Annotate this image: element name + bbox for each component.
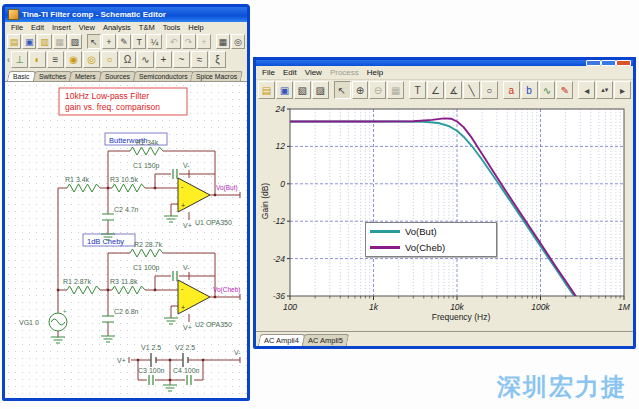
tab-meters[interactable]: Meters [69,71,102,81]
paste-button[interactable]: ▧ [68,34,82,49]
opamp-u2[interactable]: - + [178,280,210,314]
menu-tm[interactable]: T&M [135,22,159,33]
battery2-component[interactable]: ≡ [47,51,64,68]
component-toolbar: ‹ ⊥ ◐ ≡ ◉ ◎ ○ Ω ∿ + ~ ≈ ξ [5,50,247,69]
potentiometer-component[interactable]: ≈ [191,51,208,68]
opamp-u1[interactable]: - + [178,178,210,212]
vplus-label: V+ [183,222,192,229]
menu-file[interactable]: File [7,22,27,33]
menu-view[interactable]: View [301,67,326,78]
zoom-out-button[interactable]: ⊖ [369,81,386,99]
plot-toolbar: ▤ ▣ ▧ ▨ ↖ ⊕ ⊖ ▦ T ∠ ∡ ╲ ○ a b ∿ ✎ ◂ ▴▾ ▸ [256,80,633,100]
tab-sources[interactable]: Sources [99,71,136,81]
menu-analysis[interactable]: Analysis [99,22,135,33]
power-vplus-label: V+ [117,357,126,364]
spin-buttons[interactable]: ▴▾ [596,81,613,99]
menu-help[interactable]: Help [184,22,207,33]
undo-button[interactable]: ↶ [166,34,180,49]
line-tool[interactable]: ╲ [463,81,480,99]
menu-edit[interactable]: Edit [27,22,48,33]
ground-component[interactable]: ⊥ [11,51,28,68]
svg-text:100: 100 [283,302,297,312]
schematic-canvas[interactable]: 10kHz Low-pass Filter gain vs. freq. com… [5,81,247,398]
tab-spice-macros[interactable]: Spice Macros [190,71,243,81]
menu-process: Process [326,67,363,78]
resistor-component[interactable]: Ω [119,51,136,68]
toolbar-separator [330,83,333,97]
menu-insert[interactable]: Insert [48,22,75,33]
tab-switches[interactable]: Switches [33,71,72,81]
menu-edit[interactable]: Edit [279,67,301,78]
jumper-component[interactable]: ~ [173,51,190,68]
menu-help[interactable]: Help [363,67,387,78]
standard-toolbar: ▤ ▣ ▥ ▦ ▧ ↖ + ✎ T ¼ ↶ ↷ + ▦ ◎ [5,33,247,50]
tab-semiconductors[interactable]: Semiconductors [132,71,193,81]
menu-file[interactable]: File [258,67,279,78]
text-tool[interactable]: T [132,34,146,49]
component-scroll-left[interactable]: ‹ [7,55,10,65]
export-button[interactable]: ▥ [37,34,51,49]
pointer-tool[interactable]: ↖ [334,81,351,99]
voltage-source-component[interactable]: ◉ [65,51,82,68]
pan-left-button[interactable]: ◂ [578,81,595,99]
log-axis-tool[interactable]: ∡ [445,81,462,99]
title-bar[interactable] [256,60,633,66]
toolbar-separator [574,83,577,97]
zoom-button[interactable]: ◎ [231,34,245,49]
cursor-a-tool[interactable]: a [503,81,520,99]
resistors[interactable] [67,147,163,294]
redo-button[interactable]: ↷ [182,34,196,49]
cursor-b-tool[interactable]: b [521,81,538,99]
r2-label: R2 34k [136,139,159,146]
color-picker-button[interactable]: ✎ [556,81,573,99]
node-component[interactable]: + [155,51,172,68]
voltage-generator-component[interactable]: ◎ [83,51,100,68]
svg-text:+: + [181,202,185,209]
coil-component[interactable]: ξ [209,51,226,68]
save-button[interactable]: ▣ [22,34,36,49]
menu-tools[interactable]: Tools [159,22,185,33]
plot-window: File Edit View Process Help ▤ ▣ ▧ ▨ ↖ ⊕ … [253,57,636,349]
svg-text:1k: 1k [369,302,379,312]
pen-tool[interactable]: ✎ [117,34,131,49]
c4-label: C4 100n [173,367,200,374]
save-button[interactable]: ▣ [276,81,293,99]
u2-label: U2 OPA350 [195,321,232,328]
ellipse-tool[interactable]: ○ [481,81,498,99]
vo-but-legend-label: Vo(But) [405,226,437,237]
tab-ac-ampli4[interactable]: AC Ampli4 [258,334,306,346]
grid-toggle[interactable]: ▦ [216,34,230,49]
grid-toggle[interactable]: ▦ [387,81,404,99]
zoom-in-button[interactable]: ⊕ [352,81,369,99]
add-curve-button[interactable]: ∿ [539,81,556,99]
open-button[interactable]: ▤ [7,34,21,49]
svg-text:gain vs. freq. comparison: gain vs. freq. comparison [65,102,160,112]
inductor-component[interactable]: ∿ [137,51,154,68]
tab-basic[interactable]: Basic [7,71,36,81]
maximize-button[interactable] [601,60,616,66]
copy-button[interactable]: ▦ [53,34,67,49]
measure-tool[interactable]: ¼ [147,34,161,49]
tab-ac-ampli5[interactable]: AC Ampli5 [302,334,350,346]
axis-tool[interactable]: ∠ [427,81,444,99]
add-button[interactable]: + [197,34,211,49]
menu-view[interactable]: View [75,22,99,33]
open-button[interactable]: ▤ [258,81,275,99]
legend[interactable]: Vo(But) Vo(Cheb) [365,222,497,257]
annotation-note[interactable]: 10kHz Low-pass Filter gain vs. freq. com… [59,88,187,115]
text-tool[interactable]: T [409,81,426,99]
current-source-component[interactable]: ○ [101,51,118,68]
svg-text:+: + [63,308,67,314]
pan-right-button[interactable]: ▸ [614,81,631,99]
close-button[interactable] [616,60,631,66]
pointer-tool[interactable]: ↖ [87,34,101,49]
minimize-button[interactable] [586,60,601,66]
watermark: 深圳宏力捷 [497,371,627,403]
y-axis-title: Gain (dB) [260,166,270,236]
paste-button[interactable]: ▨ [312,81,329,99]
battery-component[interactable]: ◐ [29,51,46,68]
vo-cheb-label: Vo(Cheb) [213,286,240,294]
title-bar[interactable]: Tina-TI Filter comp - Schematic Editor [5,7,247,22]
probe-tool[interactable]: + [102,34,116,49]
copy-button[interactable]: ▧ [294,81,311,99]
